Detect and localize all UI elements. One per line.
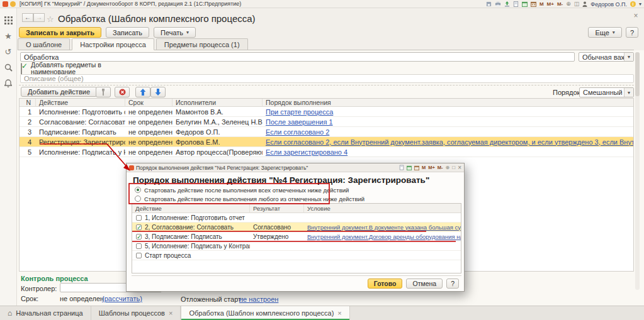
add-action-button[interactable]: Добавить действие	[21, 87, 97, 97]
col-condition: Условие	[304, 204, 461, 213]
row-checkbox[interactable]	[136, 234, 142, 240]
description-input[interactable]	[20, 74, 634, 83]
template-name-input[interactable]	[20, 52, 575, 62]
done-button[interactable]: Готово	[368, 279, 403, 289]
zoom-plus-icon[interactable]: ⊕	[446, 165, 450, 170]
calendar-icon[interactable]	[407, 165, 412, 170]
row-checkbox[interactable]	[136, 224, 142, 230]
order-link[interactable]: Если согласовано 2	[266, 128, 329, 136]
execution-order-dialog: Порядок выполнения действия "№4 Регистра…	[126, 163, 465, 292]
memory-m-icon[interactable]: М	[422, 165, 426, 170]
tab-process-subjects[interactable]: Предметы процесса (1)	[156, 38, 248, 50]
dialog-help-button[interactable]: ?	[446, 279, 459, 289]
taskbar-tab-templates[interactable]: Шаблоны процессов	[91, 306, 181, 320]
nav-back-button[interactable]: ←	[22, 13, 33, 22]
zoom-plus-icon[interactable]: ⊕	[566, 1, 571, 7]
calendar-icon[interactable]	[522, 1, 528, 7]
order-caret-icon[interactable]	[624, 88, 633, 97]
radio-after-any-label: Стартовать действие после выполнения люб…	[144, 196, 364, 202]
dialog-table-row[interactable]: 1, Исполнение: Подготовить отчет	[132, 213, 461, 223]
calendar-dates-icon[interactable]	[531, 1, 536, 7]
memory-m-minus-icon[interactable]: М-	[438, 165, 443, 170]
info-icon[interactable]: i	[630, 1, 636, 7]
memory-m-plus-icon[interactable]: М+	[547, 1, 554, 7]
tab-close-icon[interactable]	[169, 309, 172, 317]
view-tabs: О шаблоне Настройки процесса Предметы пр…	[18, 38, 634, 50]
deferred-start-label: Отложенный старт:	[181, 295, 243, 303]
order-link[interactable]: После завершения 1	[266, 118, 333, 126]
deferred-start-link[interactable]: не настроен	[239, 295, 278, 303]
condition-link[interactable]: Внутренний документ.Договор аренды обору…	[307, 233, 461, 240]
titlebar-menu-caret-icon[interactable]	[639, 1, 641, 7]
table-row[interactable]: 3 Подписание: Подписать не определен Фед…	[20, 127, 633, 137]
dialog-titlebar[interactable]: Порядок выполнения действия "№4 Регистра…	[127, 163, 464, 172]
form-close-icon[interactable]	[631, 11, 640, 20]
move-down-icon[interactable]	[150, 87, 166, 97]
row-checkbox[interactable]	[136, 253, 142, 258]
taskbar-tab-home[interactable]: Начальная страница	[0, 306, 91, 320]
save-and-close-button[interactable]: Записать и закрыть	[19, 27, 101, 38]
memory-m-icon[interactable]: М	[539, 1, 544, 7]
help-button[interactable]: ?	[626, 27, 638, 38]
search-icon[interactable]	[4, 63, 13, 72]
dialog-table-row-highlighted[interactable]: 2, Согласование: Согласовать Согласовано…	[132, 223, 461, 232]
save-icon[interactable]	[486, 1, 492, 7]
calendar-dates-icon[interactable]	[414, 165, 419, 170]
col-action: Действие	[132, 204, 250, 213]
radio-after-any[interactable]	[135, 196, 141, 202]
more-button[interactable]: Еще	[588, 27, 621, 38]
taskbar-tab-current[interactable]: Обработка (Шаблон комплексного процесса)	[181, 306, 349, 320]
order-link[interactable]: Если зарегистрировано 4	[266, 148, 347, 156]
favorite-toggle-star-icon[interactable]	[47, 13, 54, 25]
export-icon[interactable]	[504, 1, 510, 7]
tab-about-template[interactable]: О шаблоне	[18, 38, 70, 50]
table-row[interactable]: 5 Исполнение: Подписать у Контрагента не…	[20, 147, 633, 157]
window-titlebar: [КОПИЯ] ГК "Меркурий" / Документооборот …	[0, 0, 644, 8]
dialog-table-row[interactable]: 5, Исполнение: Подписать у Контрагента	[132, 241, 461, 251]
order-link[interactable]: Если согласовано 2, если Внутренний доку…	[266, 138, 633, 146]
home-icon	[8, 309, 12, 317]
current-user-name[interactable]: Федоров О.П.	[590, 1, 627, 8]
maximize-icon[interactable]: □	[452, 165, 455, 170]
flashlight-icon[interactable]	[96, 87, 111, 97]
notifications-bell-icon[interactable]	[4, 79, 13, 87]
add-subjects-checkbox[interactable]	[21, 63, 22, 75]
sections-grid-icon[interactable]	[4, 16, 13, 25]
memory-m-minus-icon[interactable]: М-	[557, 1, 563, 7]
condition-link[interactable]: Внутренний документ.В документе указана …	[307, 224, 461, 231]
split-view-icon[interactable]: ◫	[574, 1, 580, 7]
print-icon[interactable]	[495, 1, 501, 7]
dialog-close-icon[interactable]	[458, 165, 461, 170]
left-toolbar: ★ ↺	[0, 8, 17, 306]
radio-after-all[interactable]	[135, 187, 141, 193]
importance-caret-icon[interactable]	[624, 53, 633, 61]
row-checkbox[interactable]	[136, 215, 142, 221]
tab-process-settings[interactable]: Настройки процесса	[72, 38, 154, 50]
order-link[interactable]: При старте процесса	[266, 108, 333, 116]
page-title: Обработка (Шаблон комплексного процесса)	[58, 13, 256, 24]
tab-close-icon[interactable]	[337, 309, 341, 317]
table-row-selected[interactable]: 4 Регистрация: Зарегистрировать не опред…	[20, 137, 633, 147]
table-row[interactable]: 1 Исполнение: Подготовить отчет не опред…	[20, 107, 633, 117]
memory-m-plus-icon[interactable]: М+	[428, 165, 435, 170]
delete-icon[interactable]	[115, 87, 130, 97]
move-up-icon[interactable]	[135, 87, 150, 97]
document-icon[interactable]	[399, 165, 404, 170]
row-checkbox[interactable]	[136, 243, 142, 249]
term-calculate-link[interactable]: (рассчитать)	[102, 295, 142, 302]
favorites-star-icon[interactable]: ★	[4, 31, 13, 40]
dialog-table-row[interactable]: 3, Подписание: Подписать Утверждено Внут…	[132, 232, 461, 241]
history-icon[interactable]: ↺	[4, 47, 13, 56]
order-select[interactable]: Смешанный	[579, 87, 634, 97]
cancel-button[interactable]: Отмена	[406, 279, 443, 289]
print-button[interactable]: Печать	[154, 27, 196, 38]
importance-select[interactable]: Обычная важность	[579, 52, 634, 62]
table-row[interactable]: 2 Согласование: Согласовать не определен…	[20, 117, 633, 127]
vertical-scrollbar[interactable]	[635, 52, 640, 290]
dialog-table-row[interactable]: Старт процесса	[132, 251, 461, 260]
nav-forward-button[interactable]: →	[33, 13, 45, 22]
scrollbar-thumb[interactable]	[635, 52, 640, 96]
window-title: [КОПИЯ] ГК "Меркурий" / Документооборот …	[20, 1, 241, 7]
save-button[interactable]: Записать	[106, 27, 149, 38]
preview-icon[interactable]	[513, 1, 519, 7]
